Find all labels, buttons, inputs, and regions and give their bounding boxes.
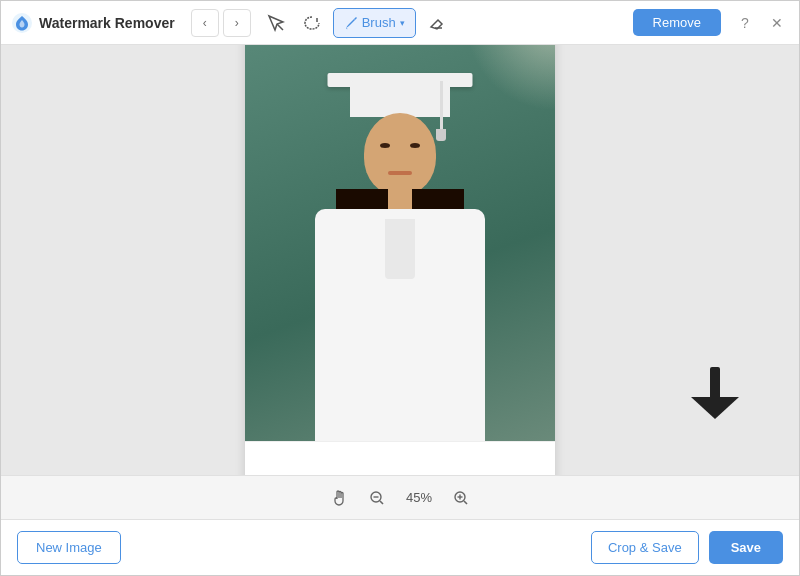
person-face xyxy=(364,113,436,195)
graduation-cap-tassel xyxy=(440,81,443,141)
arrow-head xyxy=(691,397,739,419)
photo-background xyxy=(245,45,555,441)
image-container xyxy=(245,45,555,475)
brush-label: Brush xyxy=(362,15,396,30)
back-button[interactable]: ‹ xyxy=(191,9,219,37)
eye-left xyxy=(380,143,390,148)
selection-icon xyxy=(267,14,285,32)
eraser-icon xyxy=(428,14,446,32)
title-bar: Watermark Remover ‹ › B xyxy=(1,1,799,45)
save-button[interactable]: Save xyxy=(709,531,783,564)
image-wrapper xyxy=(245,45,555,475)
brush-dropdown-icon: ▾ xyxy=(400,18,405,28)
brush-icon xyxy=(344,16,358,30)
eraser-tool-button[interactable] xyxy=(422,8,452,38)
zoom-in-icon xyxy=(453,490,469,506)
lasso-tool-button[interactable] xyxy=(297,8,327,38)
arrow-shaft xyxy=(710,367,720,401)
watermark-area xyxy=(245,441,555,475)
main-canvas-area xyxy=(1,45,799,475)
new-image-button[interactable]: New Image xyxy=(17,531,121,564)
window-controls: ? ✕ xyxy=(733,11,789,35)
eye-right xyxy=(410,143,420,148)
footer-right-actions: Crop & Save Save xyxy=(591,531,783,564)
app-title: Watermark Remover xyxy=(39,15,175,31)
image-canvas[interactable] xyxy=(245,45,555,441)
graduation-cap-top xyxy=(350,81,450,117)
forward-button[interactable]: › xyxy=(223,9,251,37)
svg-line-1 xyxy=(277,24,283,30)
svg-line-6 xyxy=(380,501,383,504)
footer-bar: New Image Crop & Save Save xyxy=(1,519,799,575)
zoom-level: 45% xyxy=(401,490,437,505)
remove-button[interactable]: Remove xyxy=(633,9,721,36)
pan-tool-button[interactable] xyxy=(325,484,353,512)
toolbar-tools: Brush ▾ xyxy=(261,8,452,38)
crop-save-button[interactable]: Crop & Save xyxy=(591,531,699,564)
zoom-in-button[interactable] xyxy=(447,484,475,512)
arrow-indicator xyxy=(691,367,739,419)
zoom-bar: 45% xyxy=(1,475,799,519)
zoom-out-icon xyxy=(369,490,385,506)
svg-line-10 xyxy=(464,501,467,504)
brush-tool-button[interactable]: Brush ▾ xyxy=(333,8,416,38)
lasso-icon xyxy=(303,14,321,32)
graduation-gown xyxy=(315,209,485,441)
selection-tool-button[interactable] xyxy=(261,8,291,38)
help-button[interactable]: ? xyxy=(733,11,757,35)
toolbar-nav: ‹ › xyxy=(191,9,251,37)
close-button[interactable]: ✕ xyxy=(765,11,789,35)
hand-icon xyxy=(330,489,348,507)
zoom-out-button[interactable] xyxy=(363,484,391,512)
person-figure xyxy=(290,61,510,441)
app-logo xyxy=(11,12,33,34)
